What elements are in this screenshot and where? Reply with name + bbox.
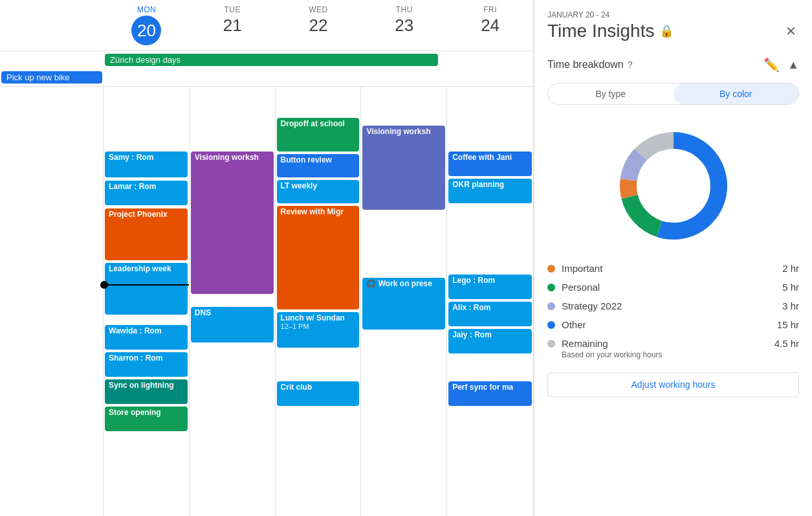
section-header: Time breakdown ? ✏️ ▲ bbox=[547, 54, 799, 75]
event-crit-club[interactable]: Crit club bbox=[277, 381, 360, 406]
day-headers: MON 20 TUE 21 WED 22 THU 23 FRI 24 bbox=[0, 0, 533, 51]
all-day-cell-tue bbox=[276, 58, 362, 63]
event-button-review[interactable]: Button review bbox=[277, 154, 360, 177]
legend: Important 2 hr Personal 5 hr Strategy 20… bbox=[547, 263, 799, 359]
event-lamar-rom[interactable]: Lamar : Rom bbox=[105, 181, 188, 205]
day-header-tue[interactable]: TUE 21 bbox=[190, 0, 276, 50]
event-visioning-thu[interactable]: Visioning worksh bbox=[362, 126, 445, 210]
legend-item-remaining: Remaining 4.5 hr Based on your working h… bbox=[547, 338, 799, 359]
all-day-cell-mon: Zürich design days bbox=[104, 51, 276, 69]
tab-by-color[interactable]: By color bbox=[674, 84, 799, 104]
legend-dot-personal bbox=[547, 284, 555, 291]
day-header-fri[interactable]: FRI 24 bbox=[447, 0, 533, 50]
event-store-opening[interactable]: Store opening bbox=[105, 407, 188, 431]
event-lego-rom[interactable]: Lego : Rom bbox=[448, 275, 532, 299]
day-header-thu[interactable]: THU 23 bbox=[361, 0, 447, 50]
event-samy-rom[interactable]: Samy : Rom bbox=[105, 151, 188, 177]
event-perf-sync[interactable]: Perf sync for ma bbox=[448, 381, 532, 406]
event-coffee-jani[interactable]: Coffee with Jani bbox=[448, 151, 532, 176]
sidebar-date-range: JANUARY 20 - 24 bbox=[547, 10, 799, 19]
event-leadership-week[interactable]: Leadership week bbox=[105, 263, 188, 315]
event-pickup-bike[interactable]: Pick up new bike bbox=[1, 71, 102, 84]
help-icon[interactable]: ? bbox=[628, 60, 633, 70]
legend-dot-other bbox=[547, 321, 555, 329]
legend-item-personal: Personal 5 hr bbox=[547, 282, 799, 293]
legend-item-other: Other 15 hr bbox=[547, 319, 799, 330]
all-day-row: Zürich design days Pick up new bike bbox=[0, 51, 533, 87]
event-review-migr[interactable]: Review with Migr bbox=[277, 206, 360, 309]
event-dropoff[interactable]: Dropoff at school bbox=[277, 118, 360, 151]
events-fri: Coffee with Jani OKR planning Lego : Rom… bbox=[447, 87, 533, 508]
event-work-prese[interactable]: 🎧 Work on prese bbox=[362, 278, 445, 330]
day-header-wed[interactable]: WED 22 bbox=[276, 0, 362, 50]
day-col-fri: Coffee with Jani OKR planning Lego : Rom… bbox=[447, 87, 533, 516]
day-col-thu: Visioning worksh 🎧 Work on prese bbox=[361, 87, 447, 516]
tab-by-type[interactable]: By type bbox=[548, 84, 674, 104]
event-lt-weekly[interactable]: LT weekly bbox=[277, 180, 360, 203]
calendar-grid: Samy : Rom Lamar : Rom Project Phoenix L… bbox=[0, 87, 533, 516]
event-dns[interactable]: DNS bbox=[191, 307, 274, 342]
all-day-cell-thu bbox=[447, 58, 533, 63]
day-header-mon[interactable]: MON 20 bbox=[104, 0, 190, 50]
event-okr-planning[interactable]: OKR planning bbox=[448, 179, 532, 203]
close-button[interactable]: ✕ bbox=[783, 21, 799, 41]
time-column bbox=[0, 87, 104, 516]
event-sync-lightning[interactable]: Sync on lightning bbox=[105, 379, 188, 404]
adjust-working-hours-button[interactable]: Adjust working hours bbox=[547, 372, 799, 397]
event-jaiy-rom[interactable]: Jaiy : Rom bbox=[448, 329, 532, 353]
sidebar-title: Time Insights 🔒 bbox=[547, 21, 674, 41]
day-col-tue: Visioning worksh DNS bbox=[190, 87, 276, 516]
events-tue: Visioning worksh DNS bbox=[190, 87, 275, 508]
donut-chart-container bbox=[547, 124, 799, 247]
donut-center bbox=[638, 150, 709, 221]
edit-button[interactable]: ✏️ bbox=[761, 54, 782, 75]
event-sharron-rom[interactable]: Sharron : Rom bbox=[105, 352, 188, 377]
events-wed: Dropoff at school Button review LT weekl… bbox=[276, 87, 361, 508]
legend-dot-remaining bbox=[547, 340, 555, 348]
section-actions: ✏️ ▲ bbox=[761, 54, 799, 75]
day-col-wed: Dropoff at school Button review LT weekl… bbox=[276, 87, 362, 516]
calendar-panel: MON 20 TUE 21 WED 22 THU 23 FRI 24 Züric… bbox=[0, 0, 534, 516]
events-thu: Visioning worksh 🎧 Work on prese bbox=[361, 87, 446, 508]
section-title: Time breakdown ? bbox=[547, 59, 632, 71]
all-day-cell-fri: Pick up new bike bbox=[0, 69, 104, 86]
collapse-button[interactable]: ▲ bbox=[787, 58, 799, 72]
event-lunch-sundan[interactable]: Lunch w/ Sundan12–1 PM bbox=[277, 312, 360, 348]
event-project-phoenix[interactable]: Project Phoenix bbox=[105, 208, 188, 260]
legend-dot-important bbox=[547, 265, 555, 273]
event-wawida-rom[interactable]: Wawida : Rom bbox=[105, 325, 188, 350]
legend-item-important: Important 2 hr bbox=[547, 263, 799, 274]
time-insights-panel: JANUARY 20 - 24 Time Insights 🔒 ✕ Time b… bbox=[534, 0, 812, 516]
current-time-line bbox=[104, 284, 189, 286]
all-day-cell-wed bbox=[361, 58, 447, 63]
tab-group: By type By color bbox=[547, 83, 799, 105]
event-alix-rom[interactable]: Alix : Rom bbox=[448, 302, 532, 326]
events-mon: Samy : Rom Lamar : Rom Project Phoenix L… bbox=[104, 87, 189, 508]
legend-dot-strategy bbox=[547, 302, 555, 310]
remaining-note: Based on your working hours bbox=[562, 350, 799, 359]
legend-item-strategy: Strategy 2022 3 hr bbox=[547, 300, 799, 311]
event-visioning-tue[interactable]: Visioning worksh bbox=[191, 151, 274, 294]
day-col-mon: Samy : Rom Lamar : Rom Project Phoenix L… bbox=[104, 87, 190, 516]
donut-chart bbox=[612, 124, 735, 247]
lock-icon: 🔒 bbox=[659, 24, 674, 38]
